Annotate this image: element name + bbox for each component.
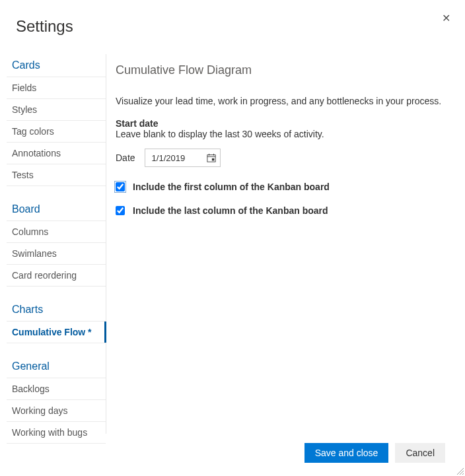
sidebar-item-styles[interactable]: Styles [7, 98, 106, 120]
date-input[interactable]: 1/1/2019 [145, 149, 221, 167]
start-date-hint: Leave blank to display the last 30 weeks… [116, 129, 452, 139]
start-date-label: Start date [116, 118, 452, 129]
date-value: 1/1/2019 [152, 153, 186, 163]
section-header-charts: Charts [7, 298, 106, 321]
checkbox-first-label: Include the first column of the Kanban b… [133, 182, 330, 192]
section-header-general: General [7, 355, 106, 378]
close-icon[interactable]: ✕ [442, 12, 450, 24]
sidebar-item-annotations[interactable]: Annotations [7, 142, 106, 164]
sidebar-item-backlogs[interactable]: Backlogs [7, 378, 106, 399]
panel-description: Visualize your lead time, work in progre… [116, 96, 452, 106]
calendar-icon[interactable] [207, 153, 216, 162]
sidebar-item-working-days[interactable]: Working days [7, 399, 106, 421]
sidebar-item-working-with-bugs[interactable]: Working with bugs [7, 421, 106, 444]
settings-panel: Cumulative Flow Diagram Visualize your l… [116, 54, 452, 229]
sidebar-item-tests[interactable]: Tests [7, 164, 106, 186]
section-header-board: Board [7, 198, 106, 221]
sidebar-item-tag-colors[interactable]: Tag colors [7, 120, 106, 142]
settings-sidebar: Cards Fields Styles Tag colors Annotatio… [7, 54, 106, 434]
dialog-title: Settings [16, 17, 73, 36]
checkbox-last-label: Include the last column of the Kanban bo… [133, 205, 328, 216]
checkbox-include-last-column[interactable] [116, 206, 125, 215]
resize-grip-icon[interactable] [456, 467, 464, 475]
sidebar-item-fields[interactable]: Fields [7, 77, 106, 98]
checkbox-include-first-column[interactable] [116, 182, 125, 191]
sidebar-item-columns[interactable]: Columns [7, 221, 106, 242]
dialog-footer: Save and close Cancel [304, 443, 445, 463]
panel-title: Cumulative Flow Diagram [116, 63, 452, 77]
sidebar-item-cumulative-flow[interactable]: Cumulative Flow * [7, 321, 106, 343]
date-label: Date [116, 153, 135, 163]
save-and-close-button[interactable]: Save and close [304, 443, 389, 463]
section-header-cards: Cards [7, 54, 106, 77]
sidebar-item-card-reordering[interactable]: Card reordering [7, 264, 106, 287]
svg-line-7 [462, 473, 464, 475]
cancel-button[interactable]: Cancel [395, 443, 445, 463]
svg-rect-4 [211, 158, 214, 161]
sidebar-item-swimlanes[interactable]: Swimlanes [7, 242, 106, 264]
